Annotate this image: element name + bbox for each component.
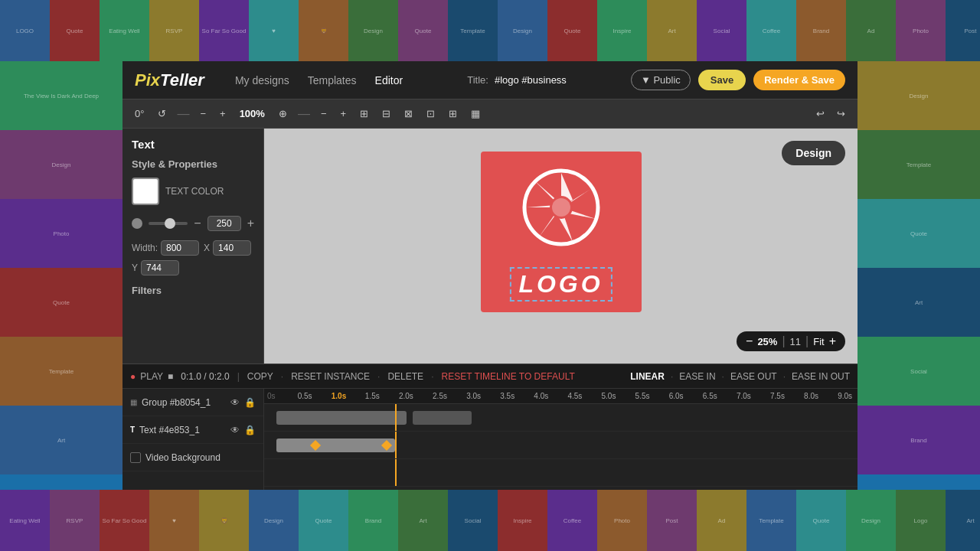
play-indicator: ●: [130, 371, 136, 382]
opacity-thumb[interactable]: [165, 218, 175, 229]
group-track-bar-left: [276, 411, 407, 425]
toolbar-sep1: —: [177, 107, 189, 121]
reset-instance-button[interactable]: RESET INSTANCE: [291, 371, 370, 382]
main-area: Text Style & Properties TEXT COLOR − 250…: [122, 129, 858, 364]
width-field: Width: 800: [132, 240, 199, 256]
ctrl-sep2: ·: [281, 371, 283, 382]
track-text-name: Text #4e853_1: [139, 425, 200, 435]
logo: Pix Teller: [135, 70, 204, 90]
rotate-plus-btn[interactable]: +: [217, 106, 229, 121]
align-left-icon[interactable]: ⊞: [357, 106, 371, 121]
zoom-icon[interactable]: ⊕: [276, 106, 290, 121]
rotate-reset-icon[interactable]: ↺: [155, 106, 169, 121]
timeline-ruler: 0s 0.5s 1.0s 1.5s 2.0s 2.5s 3.0s 3.5s: [264, 389, 858, 404]
nav-center: Title: #logo #business: [421, 74, 612, 86]
redo-icon[interactable]: ↪: [834, 106, 848, 121]
design-canvas[interactable]: LOGO: [481, 152, 642, 312]
text-color-row: TEXT COLOR: [132, 178, 254, 205]
group-icon: ▦: [130, 398, 137, 406]
zoom-separator2: |: [805, 334, 808, 348]
rotate-value: 0°: [132, 106, 147, 121]
dimensions-row: Width: 800 X 140 Y 744: [132, 240, 254, 276]
playhead-group: [395, 404, 397, 431]
zoom-plus-btn[interactable]: +: [337, 106, 349, 121]
track-row-group: [264, 404, 858, 432]
editor-container: Pix Teller My designs Templates Editor T…: [122, 61, 858, 490]
undo-icon[interactable]: ↩: [813, 106, 828, 121]
align-top-icon[interactable]: ⊡: [423, 106, 438, 121]
easing-ease-in[interactable]: EASE IN: [679, 371, 715, 382]
text-color-swatch[interactable]: [132, 178, 159, 205]
width-value[interactable]: 800: [161, 240, 199, 256]
zoom-minus-btn[interactable]: −: [318, 106, 330, 121]
nav-editor[interactable]: Editor: [375, 74, 403, 86]
delete-button[interactable]: DELETE: [387, 371, 423, 382]
title-value: #logo #business: [495, 74, 567, 86]
nav-right: ▼ Public Save Render & Save: [631, 70, 845, 90]
opacity-plus-btn[interactable]: +: [247, 217, 254, 230]
nav-my-designs[interactable]: My designs: [235, 74, 289, 86]
render-save-button[interactable]: Render & Save: [753, 70, 845, 90]
zoom-fit-btn[interactable]: Fit: [813, 336, 824, 347]
track-label-video: Video Background: [122, 444, 263, 471]
easing-ease-in-out[interactable]: EASE IN OUT: [792, 371, 850, 382]
opacity-minus-btn[interactable]: −: [194, 217, 201, 230]
text-color-label: TEXT COLOR: [165, 186, 224, 197]
x-value[interactable]: 140: [213, 240, 251, 256]
track-label-text: T Text #4e853_1 👁 🔒: [122, 416, 263, 444]
reset-timeline-button[interactable]: RESET TIMELINE TO DEFAULT: [441, 371, 574, 382]
track-video-name: Video Background: [145, 452, 220, 463]
canvas-area: Design: [264, 129, 858, 364]
design-button[interactable]: Design: [782, 141, 845, 165]
align-right-icon[interactable]: ⊠: [401, 106, 416, 121]
align-center-icon[interactable]: ⊟: [379, 106, 394, 121]
video-checkbox[interactable]: [130, 452, 141, 463]
width-label: Width:: [132, 243, 158, 253]
zoom-minus-button[interactable]: −: [746, 334, 753, 348]
group-eye-icon[interactable]: 👁: [230, 397, 240, 408]
bg-collage-left: The View Is Dark And Deep Design Photo Q…: [0, 61, 122, 490]
logo-pix: Pix: [135, 70, 160, 90]
title-label: Title:: [467, 74, 488, 86]
rotate-minus-btn[interactable]: −: [197, 106, 209, 121]
nav-templates[interactable]: Templates: [308, 74, 357, 86]
bg-collage-top: LOGO Quote Eating Well RSVP So Far So Go…: [0, 0, 980, 61]
bg-collage-right: Design Template Quote Art Social Brand: [858, 61, 980, 490]
easing-group: LINEAR · EASE IN · EASE OUT · EASE IN OU…: [630, 371, 850, 382]
zoom-plus-button[interactable]: +: [829, 334, 836, 348]
toolbar: 0° ↺ — − + 100% ⊕ — − + ⊞ ⊟ ⊠ ⊡ ⊞ ▦ ↩ ↪: [122, 99, 858, 129]
zoom-number: 11: [790, 336, 801, 347]
svg-point-3: [552, 198, 570, 217]
track-label-group: ▦ Group #b8054_1 👁 🔒: [122, 389, 263, 416]
text-eye-icon[interactable]: 👁: [230, 425, 240, 435]
group-lock-icon[interactable]: 🔒: [244, 397, 256, 408]
save-button[interactable]: Save: [698, 70, 746, 90]
easing-ease-out[interactable]: EASE OUT: [730, 371, 777, 382]
chart-icon[interactable]: ▦: [468, 106, 483, 121]
track-row-video: [264, 459, 858, 487]
logo-text[interactable]: LOGO: [509, 267, 612, 302]
distribute-icon[interactable]: ⊞: [446, 106, 460, 121]
stop-icon[interactable]: ■: [168, 371, 173, 382]
timeline-time: 0:1.0 / 0:2.0: [181, 371, 229, 382]
text-lock-icon[interactable]: 🔒: [244, 425, 256, 435]
panel-title: Text: [132, 138, 254, 151]
y-label: Y: [132, 262, 138, 273]
text-track-bar: [276, 439, 395, 452]
x-field: X 140: [204, 240, 251, 256]
public-button[interactable]: ▼ Public: [631, 70, 691, 90]
timeline-area: ● PLAY ■ 0:1.0 / 0:2.0 | COPY · RESET IN…: [122, 364, 858, 490]
opacity-track[interactable]: [149, 222, 188, 225]
copy-button[interactable]: COPY: [247, 371, 273, 382]
timeline-controls: ● PLAY ■ 0:1.0 / 0:2.0 | COPY · RESET IN…: [122, 364, 858, 389]
y-field: Y 744: [132, 260, 179, 276]
zoom-value: 100%: [237, 106, 268, 121]
play-button[interactable]: PLAY: [140, 371, 163, 382]
y-value[interactable]: 744: [141, 260, 179, 276]
opacity-icon: [132, 218, 142, 229]
bg-collage-bottom: Eating Well RSVP So Far So Good ♥ 🦁 Desi…: [0, 490, 980, 551]
zoom-percentage: 25%: [757, 336, 777, 347]
top-nav: Pix Teller My designs Templates Editor T…: [122, 61, 858, 99]
easing-linear[interactable]: LINEAR: [630, 371, 665, 382]
logo-teller: Teller: [160, 70, 204, 90]
